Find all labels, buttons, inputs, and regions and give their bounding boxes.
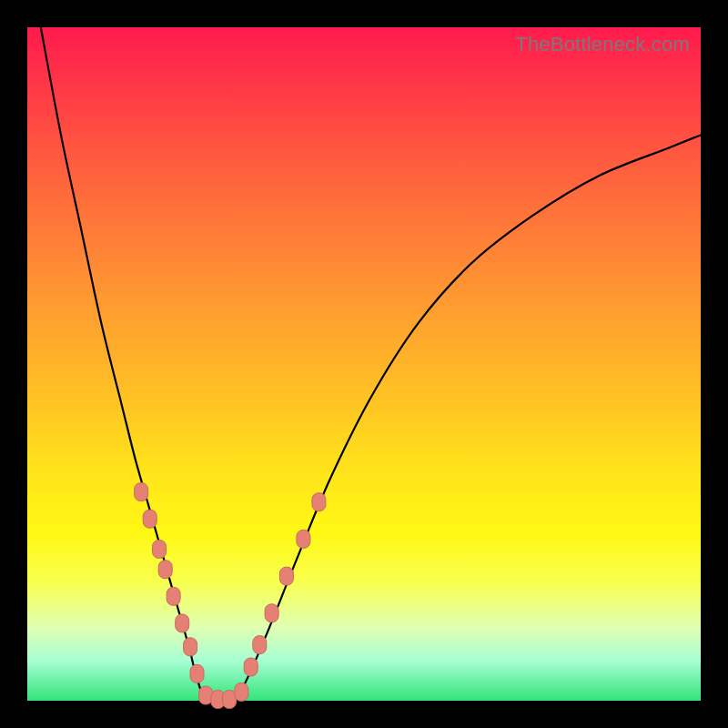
data-marker <box>253 636 267 654</box>
marker-group <box>135 483 326 709</box>
data-marker <box>158 561 172 579</box>
data-marker <box>265 604 278 622</box>
data-marker <box>223 691 237 709</box>
data-marker <box>135 483 148 501</box>
plot-area: TheBottleneck.com <box>27 27 701 701</box>
data-marker <box>184 638 197 656</box>
bottleneck-curve <box>41 27 701 703</box>
curve-svg <box>27 27 701 701</box>
data-marker <box>235 682 248 701</box>
data-marker <box>199 686 213 704</box>
data-marker <box>312 493 326 511</box>
data-marker <box>190 664 204 682</box>
data-marker <box>176 614 189 632</box>
data-marker <box>297 530 310 548</box>
data-marker <box>143 510 157 528</box>
data-marker <box>244 658 258 676</box>
data-marker <box>153 541 167 559</box>
data-marker <box>167 587 180 605</box>
data-marker <box>279 567 293 585</box>
